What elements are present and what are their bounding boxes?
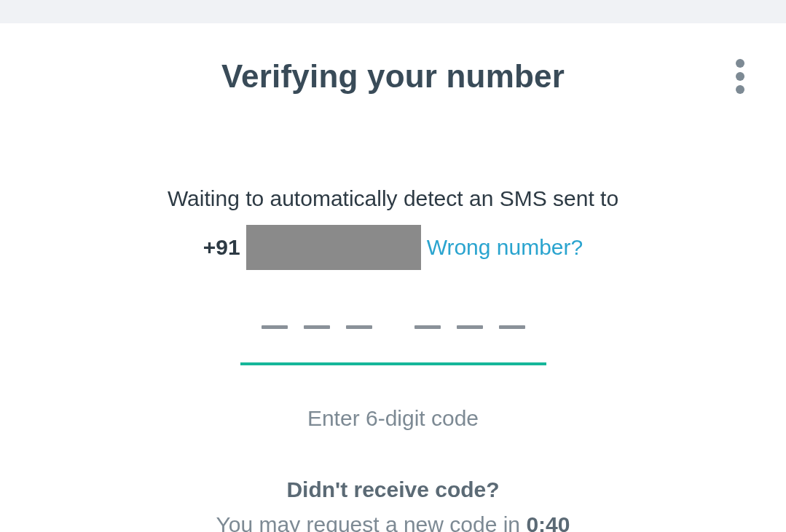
request-prefix: You may request a new code in — [216, 512, 527, 532]
svg-point-1 — [736, 72, 744, 81]
phone-line: +91 Wrong number? — [0, 225, 786, 270]
waiting-message: Waiting to automatically detect an SMS s… — [0, 182, 786, 215]
code-digit-4 — [414, 325, 441, 329]
more-options-button[interactable] — [728, 51, 752, 102]
code-digit-6 — [499, 325, 525, 329]
more-vert-icon — [735, 58, 745, 95]
request-new-code-text: You may request a new code in 0:40 — [0, 512, 786, 532]
code-group-separator — [388, 318, 398, 329]
code-digit-3 — [346, 325, 372, 329]
code-hint: Enter 6-digit code — [0, 406, 786, 431]
wrong-number-link[interactable]: Wrong number? — [427, 235, 583, 260]
phone-number-redacted — [246, 225, 421, 270]
verify-screen: Verifying your number Waiting to automat… — [0, 23, 786, 532]
code-digit-2 — [304, 325, 330, 329]
code-group-2 — [414, 318, 525, 329]
country-code: +91 — [203, 235, 240, 260]
header: Verifying your number — [0, 58, 786, 95]
page-title: Verifying your number — [0, 58, 786, 95]
svg-point-0 — [736, 59, 744, 68]
content: Waiting to automatically detect an SMS s… — [0, 95, 786, 532]
svg-point-2 — [736, 85, 744, 94]
code-input[interactable] — [240, 318, 546, 365]
status-bar — [0, 0, 786, 23]
code-digit-5 — [457, 325, 483, 329]
code-group-1 — [262, 318, 372, 329]
code-digit-1 — [262, 325, 288, 329]
no-code-label: Didn't receive code? — [0, 477, 786, 502]
countdown-timer: 0:40 — [526, 512, 570, 532]
